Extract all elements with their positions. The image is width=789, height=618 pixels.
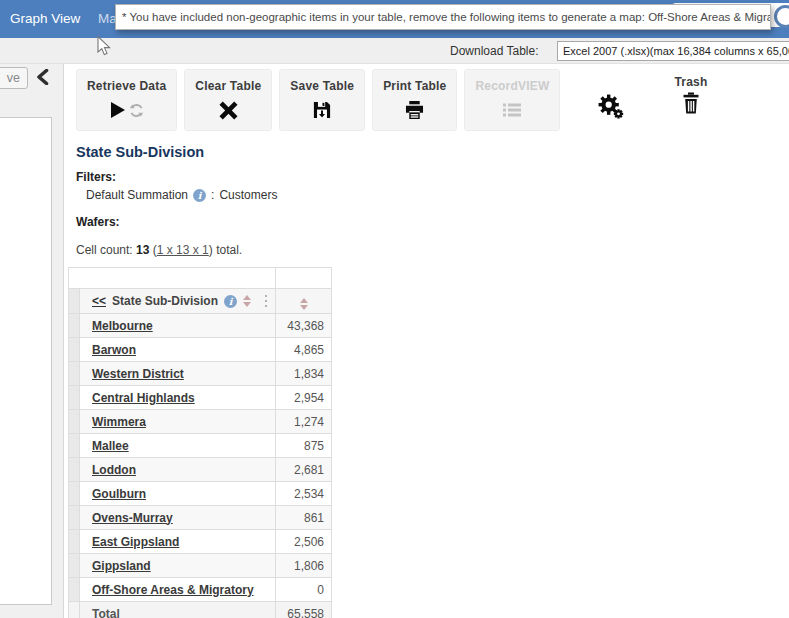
row-value: 1,834 [276, 362, 332, 386]
sidebar-panel [0, 117, 52, 605]
row-gutter [69, 410, 80, 434]
page: Graph View Map View * You have included … [0, 0, 789, 618]
partial-sidebar-button[interactable]: ve [0, 67, 28, 89]
trash-icon [681, 92, 701, 118]
gear-icon [597, 106, 624, 123]
row-gutter [69, 482, 80, 506]
row-gutter [69, 289, 80, 314]
row-gutter [69, 434, 80, 458]
download-format-select[interactable]: Excel 2007 (.xlsx)(max 16,384 columns x … [557, 41, 789, 61]
print-table-button[interactable]: Print Table [372, 69, 457, 131]
map-warning-tooltip: * You have included non-geographic items… [115, 4, 771, 30]
value-column-header [276, 289, 332, 314]
table-row: Wimmera1,274 [69, 410, 332, 434]
row-label-link[interactable]: Loddon [92, 463, 136, 477]
cell-count-suffix: total. [216, 243, 242, 257]
retrieve-data-button[interactable]: Retrieve Data [76, 69, 177, 131]
recordview-button: RecordVIEW [464, 69, 560, 131]
row-label-link[interactable]: Barwon [92, 343, 136, 357]
printer-icon [405, 98, 424, 122]
cell-count-value: 13 [136, 243, 149, 257]
settings-button[interactable] [597, 93, 624, 124]
clear-x-icon [219, 98, 238, 122]
row-label-link[interactable]: Central Highlands [92, 391, 195, 405]
collapse-column-link[interactable]: << [92, 294, 106, 308]
chevron-left-icon [36, 71, 49, 88]
sort-icon[interactable] [300, 298, 308, 310]
row-gutter [69, 314, 80, 338]
column-header-label: State Sub-Division [112, 294, 218, 308]
filter-name: Default Summation [86, 188, 188, 202]
row-label-link[interactable]: Off-Shore Areas & Migratory [92, 583, 254, 597]
row-label-link[interactable]: Wimmera [92, 415, 146, 429]
row-gutter [69, 554, 80, 578]
tab-graph-view[interactable]: Graph View [10, 11, 80, 26]
row-value: 2,681 [276, 458, 332, 482]
download-table-label: Download Table: [450, 44, 539, 58]
table-total-row: Total 65,558 [69, 602, 332, 618]
filter-row: Default Summation : Customers [86, 188, 789, 202]
table-row: Goulburn2,534 [69, 482, 332, 506]
row-gutter [69, 602, 80, 618]
row-gutter [69, 530, 80, 554]
row-label-link[interactable]: Goulburn [92, 487, 146, 501]
total-value: 65,558 [276, 602, 332, 618]
row-label-link[interactable]: Ovens-Murray [92, 511, 173, 525]
empty-header-cell [69, 268, 276, 289]
wafers-label: Wafers: [76, 215, 789, 229]
row-label-link[interactable]: Mallee [92, 439, 129, 453]
row-gutter [69, 386, 80, 410]
filters-label: Filters: [76, 170, 789, 184]
table-row: Mallee875 [69, 434, 332, 458]
row-label-link[interactable]: Gippsland [92, 559, 151, 573]
collapse-panel-button[interactable] [36, 69, 49, 89]
row-gutter [69, 506, 80, 530]
info-icon[interactable] [224, 295, 237, 308]
main-content: Retrieve Data Clear Table [63, 64, 789, 618]
row-label-link[interactable]: Western District [92, 367, 184, 381]
table-row: Gippsland1,806 [69, 554, 332, 578]
table-row: Loddon2,681 [69, 458, 332, 482]
filter-separator: : [211, 188, 214, 202]
data-table: << State Sub-Division Melbourne43,368Bar… [68, 267, 332, 618]
clear-table-button[interactable]: Clear Table [184, 69, 272, 131]
table-header-row: << State Sub-Division [69, 289, 332, 314]
empty-header-cell [276, 268, 332, 289]
save-table-button[interactable]: Save Table [279, 69, 365, 131]
play-refresh-icon [109, 98, 144, 122]
total-label: Total [80, 602, 276, 618]
sort-icon[interactable] [243, 295, 251, 307]
row-value: 2,506 [276, 530, 332, 554]
page-title: State Sub-Division [76, 144, 789, 160]
table-row: Melbourne43,368 [69, 314, 332, 338]
table-row: East Gippsland2,506 [69, 530, 332, 554]
table-top-row [69, 268, 332, 289]
row-value: 1,274 [276, 410, 332, 434]
cell-count-link[interactable]: 1 x 13 x 1 [157, 243, 209, 257]
save-icon [313, 98, 331, 122]
row-value: 2,954 [276, 386, 332, 410]
table-row: Western District1,834 [69, 362, 332, 386]
row-gutter [69, 362, 80, 386]
row-gutter [69, 338, 80, 362]
row-value: 875 [276, 434, 332, 458]
row-label-link[interactable]: East Gippsland [92, 535, 179, 549]
row-value: 4,865 [276, 338, 332, 362]
table-row: Central Highlands2,954 [69, 386, 332, 410]
row-label-link[interactable]: Melbourne [92, 319, 153, 333]
row-value: 0 [276, 578, 332, 602]
trash-button[interactable]: Trash [674, 75, 707, 118]
table-row: Ovens-Murray861 [69, 506, 332, 530]
row-value: 2,534 [276, 482, 332, 506]
list-icon [502, 98, 522, 122]
cell-count-line: Cell count: 13 (1 x 13 x 1) total. [76, 243, 789, 257]
column-menu-icon[interactable] [265, 295, 268, 308]
row-value: 861 [276, 506, 332, 530]
table-row: Off-Shore Areas & Migratory0 [69, 578, 332, 602]
info-icon[interactable] [193, 189, 206, 202]
row-value: 43,368 [276, 314, 332, 338]
filter-value: Customers [219, 188, 277, 202]
toolbar: Retrieve Data Clear Table [64, 64, 789, 131]
table-row: Barwon4,865 [69, 338, 332, 362]
row-value: 1,806 [276, 554, 332, 578]
